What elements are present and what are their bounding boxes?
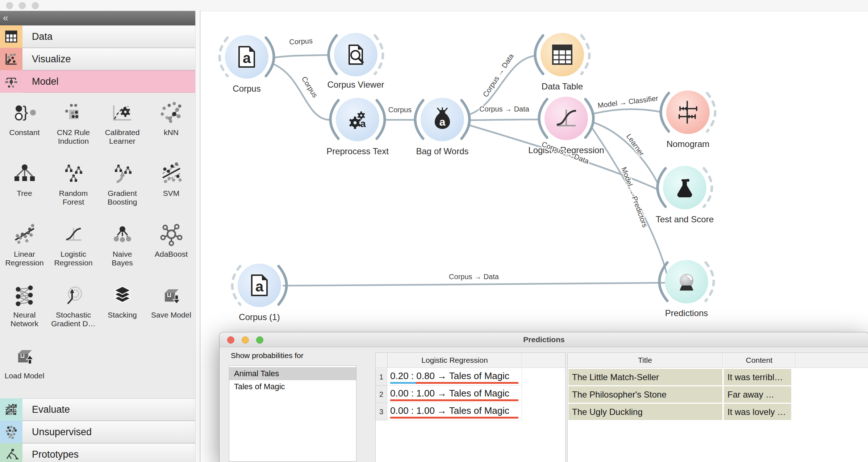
row-number-header	[376, 353, 387, 368]
widget-label: AdaBoost	[155, 250, 188, 259]
content-column-header[interactable]: Content	[723, 353, 796, 368]
node-test-and-score[interactable]: Test and Score	[656, 166, 714, 224]
collapse-chevrons-icon: «	[3, 12, 8, 23]
category-label: Model	[22, 70, 200, 93]
edge-logistic-regression-to-nomogram[interactable]	[593, 109, 660, 114]
minimize-window-icon[interactable]	[19, 2, 26, 9]
widget-cn2-rule-induction[interactable]: CN2 Rule Induction	[50, 96, 97, 157]
edge-label: Corpus → Data	[449, 273, 499, 281]
widget-toolbox-sidebar: « Data Visualize	[0, 11, 200, 462]
toolbox-collapse-bar[interactable]: «	[0, 11, 200, 25]
constant-icon: }	[12, 100, 37, 125]
edge-corpus-1-to-predictions[interactable]	[283, 283, 666, 286]
probability-bar	[390, 382, 518, 384]
node-nomogram[interactable]: Nomogram	[661, 91, 715, 149]
widget-svm[interactable]: SVM	[147, 157, 195, 218]
load-model-icon	[12, 343, 37, 369]
close-window-icon[interactable]	[6, 2, 13, 9]
widget-naive-bayes[interactable]: Naive Bayes	[99, 218, 146, 279]
empty-column-header	[522, 353, 565, 368]
cn2-rule-induction-icon	[61, 100, 86, 125]
widget-tree[interactable]: Tree	[1, 157, 49, 218]
prediction-value: 0.00 : 1.00 → Tales of Magic	[387, 386, 522, 401]
evaluate-category-icon	[4, 402, 19, 417]
widget-save-model[interactable]: Save Model	[147, 279, 195, 340]
corpus-viewer-icon	[349, 45, 363, 64]
prediction-cell[interactable]: 0.20 : 0.80 → Tales of Magic	[387, 368, 522, 386]
category-model[interactable]: Model	[0, 70, 200, 93]
node-corpus[interactable]: a Corpus	[220, 35, 274, 93]
data-table-icon	[553, 45, 572, 64]
widget-stochastic-gradient-descent[interactable]: Stochastic Gradient D…	[50, 279, 97, 340]
show-probabilities-list[interactable]: Animal Tales Tales of Magic	[229, 365, 356, 462]
edge-corpus-to-corpus-viewer[interactable]	[274, 55, 328, 58]
logistic-regression-icon	[61, 222, 86, 247]
model-column-header[interactable]: Logistic Regression	[387, 353, 522, 368]
node-corpus-viewer[interactable]: Corpus Viewer	[327, 33, 384, 89]
node-label: Predictions	[665, 308, 708, 318]
list-item-tales-of-magic[interactable]: Tales of Magic	[229, 380, 356, 393]
widget-load-model[interactable]: Load Model	[1, 340, 49, 398]
widget-adaboost[interactable]: AdaBoost	[147, 218, 195, 279]
node-label: Corpus (1)	[239, 312, 280, 322]
widget-label: kNN	[164, 128, 179, 137]
node-label: Preprocess Text	[326, 146, 389, 156]
content-cell[interactable]: Far away …	[724, 386, 791, 403]
edge-corpus-to-preprocess-text[interactable]	[272, 64, 330, 120]
widget-stacking[interactable]: Stacking	[99, 279, 146, 340]
widget-linear-regression[interactable]: Linear Regression	[1, 218, 49, 279]
widget-calibrated-learner[interactable]: Calibrated Learner	[99, 96, 146, 157]
node-predictions[interactable]: Predictions	[659, 260, 714, 318]
random-forest-icon	[61, 161, 86, 186]
node-preprocess-text[interactable]: a Preprocess Text	[326, 98, 389, 156]
widget-label: Random Forest	[59, 189, 88, 206]
content-cell[interactable]: It was terribl…	[724, 369, 791, 385]
edge-label: Model → Classifier	[597, 94, 659, 109]
minimize-button[interactable]	[242, 336, 249, 344]
category-label: Evaluate	[22, 398, 200, 421]
tree-icon	[12, 161, 37, 186]
node-logistic-regression[interactable]: Logistic Regression	[528, 97, 604, 155]
widget-constant[interactable]: } Constant	[1, 96, 49, 157]
widget-label: Linear Regression	[5, 250, 43, 267]
widget-logistic-regression[interactable]: Logistic Regression	[50, 218, 97, 279]
stochastic-gradient-descent-icon	[61, 282, 86, 308]
probability-bar	[390, 399, 518, 401]
category-evaluate[interactable]: Evaluate	[0, 398, 200, 421]
gradient-boosting-icon	[110, 161, 135, 186]
list-item-animal-tales[interactable]: Animal Tales	[229, 367, 356, 380]
title-cell[interactable]: The Ugly Duckling	[568, 404, 722, 420]
svm-icon	[159, 161, 184, 186]
edge-label: Corpus	[388, 106, 412, 114]
category-data[interactable]: Data	[0, 25, 200, 48]
linear-regression-icon	[12, 222, 37, 247]
knn-icon	[159, 100, 184, 125]
content-cell[interactable]: It was lovely …	[724, 404, 791, 420]
widget-label: Stacking	[108, 311, 137, 319]
category-prototypes[interactable]: Prototypes	[0, 443, 200, 462]
node-data-table[interactable]: Data Table	[535, 33, 589, 91]
widget-neural-network[interactable]: Neural Network	[1, 279, 49, 340]
widget-knn[interactable]: kNN	[147, 96, 195, 157]
title-column-header[interactable]: Title	[568, 353, 723, 368]
zoom-window-icon[interactable]	[32, 2, 39, 9]
title-cell[interactable]: The Little Match-Seller	[568, 369, 722, 385]
node-corpus-1[interactable]: a Corpus (1)	[232, 264, 287, 322]
sidebar-scrollbar-gutter[interactable]	[195, 11, 200, 462]
widget-random-forest[interactable]: Random Forest	[50, 157, 97, 218]
predictions-titlebar[interactable]: Predictions	[220, 332, 868, 347]
calibrated-learner-icon	[110, 100, 135, 125]
edge-bag-of-words-to-logistic-regression[interactable]	[470, 119, 539, 120]
category-unsupervised[interactable]: Unsupervised	[0, 421, 200, 443]
node-bag-of-words[interactable]: a Bag of Words	[415, 98, 470, 156]
prediction-cell[interactable]: 0.00 : 1.00 → Tales of Magic	[387, 403, 522, 420]
prediction-cell[interactable]: 0.00 : 1.00 → Tales of Magic	[387, 386, 522, 403]
corpus-icon: a	[239, 47, 254, 67]
zoom-button[interactable]	[256, 336, 263, 344]
close-button[interactable]	[227, 336, 234, 344]
node-label: Test and Score	[656, 214, 714, 224]
widget-label: Calibrated Learner	[105, 128, 140, 146]
widget-gradient-boosting[interactable]: Gradient Boosting	[99, 157, 146, 218]
category-visualize[interactable]: Visualize	[0, 48, 200, 70]
title-cell[interactable]: The Philosopher's Stone	[568, 386, 722, 403]
